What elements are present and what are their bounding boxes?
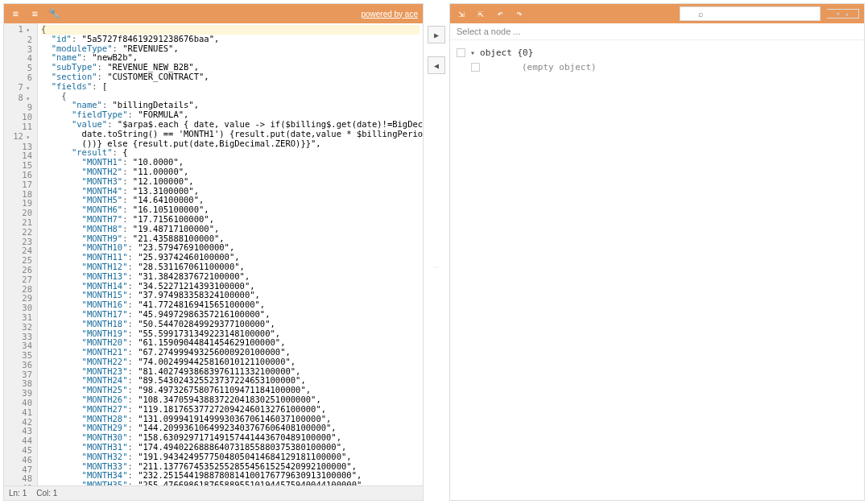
tree-toolbar: ⇲ ⇱ ↶ ↷ ⌕ ▾ ▴: [450, 4, 864, 23]
copy-left-button[interactable]: ◀: [428, 56, 445, 74]
json-tree[interactable]: ▾ object {0} (empty object): [450, 40, 864, 500]
editor-panel: ≡ ≡ 🔧 powered by ace 1 ▾234567 ▾8 ▾91011…: [3, 3, 424, 501]
status-bar: Ln: 1 Col: 1: [4, 485, 423, 500]
editor-toolbar: ≡ ≡ 🔧 powered by ace: [4, 4, 423, 23]
caret-down-icon[interactable]: ▾: [470, 48, 475, 57]
tree-root-label: object {0}: [480, 48, 533, 58]
wrench-icon[interactable]: 🔧: [48, 7, 60, 20]
resize-handle[interactable]: ⋮: [433, 264, 440, 272]
copy-right-button[interactable]: ▶: [428, 26, 445, 43]
tree-root-row[interactable]: ▾ object {0}: [457, 45, 858, 60]
sort-asc-icon[interactable]: ≡: [9, 7, 22, 20]
powered-by-link[interactable]: powered by ace: [361, 10, 418, 19]
tree-empty-row: (empty object): [457, 60, 858, 74]
sort-desc-icon[interactable]: ≡: [28, 7, 41, 20]
collapse-all-icon[interactable]: ⇱: [474, 7, 487, 20]
status-line: Ln: 1: [9, 489, 27, 498]
line-gutter: 1 ▾234567 ▾8 ▾9101112 ▾13141516171819202…: [4, 23, 38, 485]
redo-icon[interactable]: ↷: [513, 7, 526, 20]
transfer-column: ▶ ◀ ⋮: [424, 0, 449, 504]
tree-panel: ⇲ ⇱ ↶ ↷ ⌕ ▾ ▴ Select a node ... ▾ object…: [449, 3, 865, 501]
search-options[interactable]: ▾ ▴: [827, 9, 859, 19]
checkbox[interactable]: [457, 48, 465, 57]
code-editor[interactable]: 1 ▾234567 ▾8 ▾9101112 ▾13141516171819202…: [4, 23, 423, 485]
undo-icon[interactable]: ↶: [494, 7, 506, 20]
expand-all-icon[interactable]: ⇲: [455, 7, 468, 20]
code-content[interactable]: { "id": "5a5727f84619291238676baa", "mod…: [38, 23, 423, 485]
select-node-hint: Select a node ...: [450, 23, 864, 40]
checkbox[interactable]: [471, 63, 480, 72]
tree-empty-label: (empty object): [522, 62, 597, 72]
status-col: Col: 1: [36, 489, 57, 498]
search-input[interactable]: [680, 6, 820, 21]
